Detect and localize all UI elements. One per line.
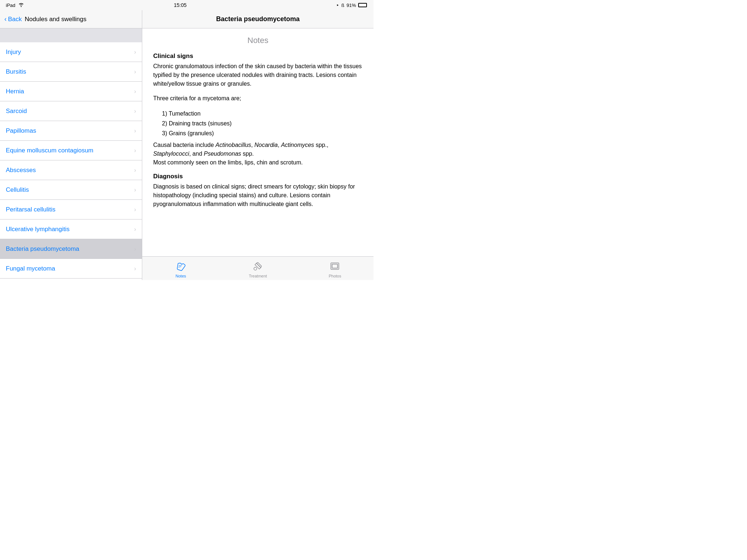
svg-rect-6 bbox=[332, 264, 337, 268]
nav-title: Bacteria pseudomycetoma bbox=[216, 15, 299, 23]
tab-photos-label: Photos bbox=[329, 274, 341, 278]
clinical-signs-title: Clinical signs bbox=[153, 52, 363, 60]
chevron-right-icon: › bbox=[134, 265, 136, 272]
status-right: ‣ ß 91% bbox=[336, 3, 368, 8]
chevron-right-icon: › bbox=[134, 226, 136, 233]
notes-icon bbox=[176, 261, 186, 273]
chevron-right-icon: › bbox=[134, 88, 136, 95]
content-heading: Notes bbox=[153, 36, 363, 45]
diagnosis-title: Diagnosis bbox=[153, 173, 363, 180]
sidebar-item-injury[interactable]: Injury › bbox=[0, 42, 142, 62]
location-icon: ‣ bbox=[336, 3, 339, 8]
sidebar-item-label: Papillomas bbox=[6, 127, 36, 135]
sidebar-item-sarcoid[interactable]: Sarcoid › bbox=[0, 101, 142, 121]
sidebar-item-peritarsal[interactable]: Peritarsal cellulitis › bbox=[0, 200, 142, 219]
sidebar-item-label: Equine molluscum contagiosum bbox=[6, 147, 93, 154]
chevron-right-icon: › bbox=[134, 167, 136, 174]
nav-left: ‹ Back Nodules and swellings bbox=[0, 10, 142, 28]
treatment-icon bbox=[253, 261, 263, 273]
sidebar-item-label: Abscesses bbox=[6, 167, 36, 174]
status-time: 15:05 bbox=[174, 2, 187, 8]
nav-bar: ‹ Back Nodules and swellings Bacteria ps… bbox=[0, 10, 374, 28]
criteria-item: 1) Tumefaction bbox=[162, 109, 363, 118]
tab-notes-label: Notes bbox=[175, 274, 186, 278]
tab-notes[interactable]: Notes bbox=[142, 257, 219, 280]
svg-line-2 bbox=[258, 265, 260, 267]
device-label: iPad bbox=[6, 3, 15, 8]
sidebar-item-phaeohyphomycosis[interactable]: Phaeohyphomycosis › bbox=[0, 279, 142, 280]
tab-treatment-label: Treatment bbox=[249, 274, 267, 278]
sidebar-item-label: Cellulitis bbox=[6, 186, 29, 194]
clinical-signs-body1: Chronic granulomatous infection of the s… bbox=[153, 62, 363, 88]
content-scroll: Notes Clinical signs Chronic granulomato… bbox=[142, 28, 374, 256]
wifi-icon bbox=[18, 3, 24, 8]
sidebar-item-abscesses[interactable]: Abscesses › bbox=[0, 160, 142, 180]
sidebar-item-ulcerative[interactable]: Ulcerative lymphangitis › bbox=[0, 219, 142, 239]
criteria-list: 1) Tumefaction 2) Draining tracts (sinus… bbox=[153, 109, 363, 139]
svg-point-3 bbox=[254, 267, 257, 270]
chevron-right-icon: › bbox=[134, 69, 136, 75]
photos-icon bbox=[330, 261, 340, 273]
sidebar-item-equine-molluscum[interactable]: Equine molluscum contagiosum › bbox=[0, 141, 142, 160]
content-area: Notes Clinical signs Chronic granulomato… bbox=[142, 28, 374, 280]
sidebar-items-container: Injury › Bursitis › Hernia › Sarcoid › P… bbox=[0, 42, 142, 280]
sidebar-item-label: Bursitis bbox=[6, 68, 26, 75]
criteria-intro: Three criteria for a mycetoma are; bbox=[153, 94, 363, 103]
svg-rect-5 bbox=[332, 264, 338, 268]
sidebar-item-bacteria-pseudo[interactable]: Bacteria pseudomycetoma › bbox=[0, 239, 142, 259]
chevron-right-icon: › bbox=[134, 147, 136, 154]
sidebar-item-bursitis[interactable]: Bursitis › bbox=[0, 62, 142, 82]
status-bar: iPad 15:05 ‣ ß 91% bbox=[0, 0, 374, 10]
sidebar-item-cellulitis[interactable]: Cellulitis › bbox=[0, 180, 142, 200]
chevron-right-icon: › bbox=[134, 49, 136, 55]
svg-line-1 bbox=[178, 267, 181, 267]
criteria-item: 2) Draining tracts (sinuses) bbox=[162, 118, 363, 128]
causal-bacteria: Causal bacteria include Actinobacillus, … bbox=[153, 141, 363, 167]
nav-center: Bacteria pseudomycetoma bbox=[142, 15, 374, 23]
svg-line-0 bbox=[179, 265, 182, 266]
sidebar-item-label: Hernia bbox=[6, 88, 24, 95]
battery-percent: 91% bbox=[347, 3, 356, 8]
sidebar-item-label: Fungal mycetoma bbox=[6, 265, 55, 272]
sidebar-item-papillomas[interactable]: Papillomas › bbox=[0, 121, 142, 141]
sidebar-item-label: Peritarsal cellulitis bbox=[6, 206, 55, 213]
criteria-item: 3) Grains (granules) bbox=[162, 128, 363, 138]
sidebar-item-fungal-mycetoma[interactable]: Fungal mycetoma › bbox=[0, 259, 142, 279]
sidebar: Injury › Bursitis › Hernia › Sarcoid › P… bbox=[0, 28, 142, 280]
sidebar-section-header bbox=[0, 28, 142, 42]
status-left: iPad bbox=[6, 3, 24, 8]
section-title: Nodules and swellings bbox=[25, 16, 86, 23]
sidebar-item-label: Injury bbox=[6, 48, 21, 56]
sidebar-item-label: Sarcoid bbox=[6, 108, 27, 115]
back-button[interactable]: ‹ Back bbox=[4, 15, 22, 23]
tab-bar: Notes Treatment bbox=[142, 256, 374, 280]
chevron-right-icon: › bbox=[134, 108, 136, 114]
chevron-right-icon: › bbox=[134, 246, 136, 252]
battery-icon bbox=[358, 3, 368, 7]
chevron-right-icon: › bbox=[134, 187, 136, 193]
sidebar-item-label: Ulcerative lymphangitis bbox=[6, 226, 70, 233]
diagnosis-body: Diagnosis is based on clinical signs; di… bbox=[153, 182, 363, 209]
sidebar-item-label: Bacteria pseudomycetoma bbox=[6, 245, 79, 253]
sidebar-item-hernia[interactable]: Hernia › bbox=[0, 82, 142, 101]
back-label: Back bbox=[8, 16, 22, 23]
chevron-right-icon: › bbox=[134, 206, 136, 213]
back-chevron-icon: ‹ bbox=[4, 15, 7, 23]
main-layout: Injury › Bursitis › Hernia › Sarcoid › P… bbox=[0, 28, 374, 280]
chevron-right-icon: › bbox=[134, 128, 136, 134]
tab-treatment[interactable]: Treatment bbox=[219, 257, 296, 280]
tab-photos[interactable]: Photos bbox=[297, 257, 374, 280]
bluetooth-icon: ß bbox=[341, 3, 344, 8]
